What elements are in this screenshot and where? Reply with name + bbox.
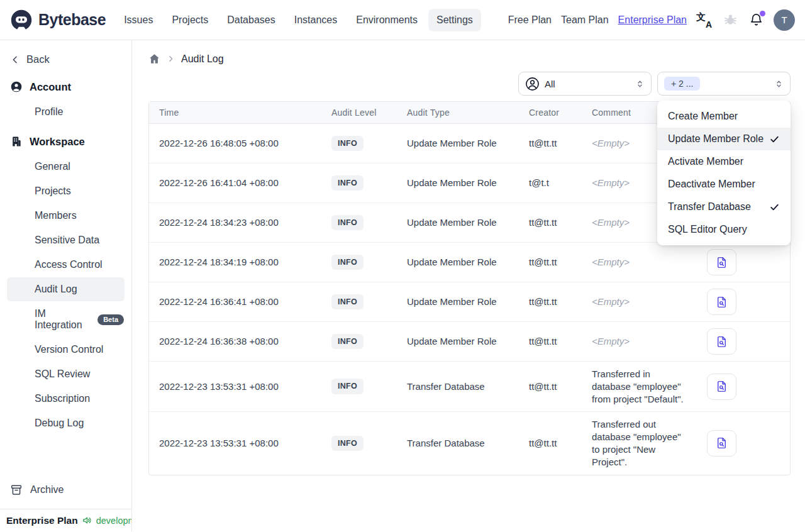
- team-plan-link[interactable]: Team Plan: [561, 14, 609, 26]
- view-detail-button[interactable]: [707, 289, 736, 315]
- nav-link[interactable]: Issues: [116, 9, 161, 31]
- translate-icon[interactable]: 文 A: [696, 13, 713, 28]
- creator-cell: tt@tt.tt: [519, 431, 582, 456]
- sidebar-item-label: Version Control: [35, 344, 103, 355]
- nav-link[interactable]: Environments: [348, 9, 426, 31]
- archive-icon: [10, 484, 23, 496]
- audit-type-menu-item[interactable]: Update Member Role: [657, 128, 791, 150]
- time-cell: 2022-12-23 13:53:31 +08:00: [149, 431, 321, 456]
- menu-item-label: SQL Editor Query: [668, 224, 747, 235]
- comment-text: <Empty>: [592, 296, 630, 307]
- column-header: Audit Type: [397, 102, 519, 123]
- column-header: Time: [149, 102, 321, 123]
- comment-text: <Empty>: [592, 336, 630, 346]
- sidebar-item[interactable]: Subscription: [0, 387, 131, 411]
- check-icon: [769, 134, 780, 145]
- audit-level-cell: INFO: [321, 169, 397, 197]
- sidebar-item[interactable]: Debug Log: [0, 411, 131, 435]
- sidebar-item-label: Profile: [35, 106, 63, 118]
- audit-level-badge: INFO: [331, 436, 364, 452]
- audit-level-cell: INFO: [321, 130, 397, 158]
- audit-level-cell: INFO: [321, 209, 397, 237]
- free-plan-link[interactable]: Free Plan: [508, 14, 552, 26]
- avatar[interactable]: T: [774, 9, 795, 31]
- sidebar-item[interactable]: Audit Log: [7, 277, 125, 301]
- creator-filter-select[interactable]: All: [518, 72, 652, 96]
- sidebar-item[interactable]: Version Control: [0, 338, 131, 362]
- sidebar-item-label: IM Integration: [35, 308, 93, 331]
- breadcrumb-current: Audit Log: [181, 53, 224, 65]
- file-search-icon: [715, 335, 728, 348]
- audit-type-filter-wrap: + 2 ... Create Member Update Memb: [657, 72, 791, 96]
- main-nav: Issues Projects Databases Instances Envi…: [116, 9, 481, 31]
- sidebar-item[interactable]: IM Integration Beta: [0, 302, 131, 337]
- audit-level-badge: INFO: [331, 294, 364, 310]
- table-row: 2022-12-23 13:53:31 +08:00 INFO Transfer…: [149, 412, 790, 474]
- sidebar-item-label: Subscription: [35, 393, 90, 404]
- sidebar-item-label: General: [35, 161, 70, 172]
- audit-type-menu-item[interactable]: Activate Member: [657, 150, 791, 173]
- nav-link[interactable]: Databases: [219, 9, 284, 31]
- nav-link[interactable]: Projects: [164, 9, 216, 31]
- view-detail-button[interactable]: [707, 430, 736, 457]
- time-cell: 2022-12-24 18:34:23 +08:00: [149, 210, 321, 235]
- view-detail-button[interactable]: [707, 328, 736, 355]
- archive-link[interactable]: Archive: [0, 477, 131, 509]
- person-circle-icon: [525, 77, 540, 91]
- sidebar-item[interactable]: Sensitive Data: [0, 228, 131, 252]
- nav-link[interactable]: Instances: [286, 9, 345, 31]
- column-header: Audit Level: [321, 102, 397, 123]
- brand-name: Bytebase: [38, 11, 106, 29]
- chevron-up-down-icon: [635, 79, 645, 89]
- back-button[interactable]: Back: [0, 45, 131, 74]
- actions-cell: [697, 282, 790, 321]
- audit-type-menu-item[interactable]: Deactivate Member: [657, 173, 791, 196]
- enterprise-plan-link[interactable]: Enterprise Plan: [618, 14, 687, 26]
- menu-item-label: Create Member: [668, 111, 738, 122]
- navbar-right: Free Plan Team Plan Enterprise Plan 文 A …: [508, 9, 795, 31]
- sidebar-item[interactable]: Access Control: [0, 253, 131, 277]
- notification-bell-icon[interactable]: [748, 12, 764, 28]
- sidebar-item-label: SQL Review: [35, 369, 90, 380]
- view-detail-button[interactable]: [707, 249, 736, 275]
- audit-type-cell: Transfer Database: [397, 374, 519, 399]
- audit-type-filter-select[interactable]: + 2 ...: [657, 72, 791, 96]
- audit-level-cell: INFO: [321, 288, 397, 316]
- translate-zh-glyph: 文: [696, 11, 706, 23]
- comment-cell: <Empty>: [582, 329, 697, 354]
- creator-cell: tt@tt.tt: [519, 250, 582, 275]
- bytebase-logo-icon: [10, 9, 33, 31]
- file-search-icon: [715, 436, 728, 450]
- view-detail-button[interactable]: [707, 374, 736, 400]
- back-label: Back: [26, 53, 50, 65]
- home-icon[interactable]: [148, 53, 160, 65]
- sidebar-item-label: Projects: [35, 186, 71, 197]
- audit-level-badge: INFO: [331, 379, 364, 394]
- audit-level-badge: INFO: [331, 215, 364, 231]
- sidebar-item[interactable]: Projects: [0, 179, 131, 203]
- audit-type-menu-item[interactable]: Create Member: [657, 105, 791, 128]
- sidebar-item[interactable]: General: [0, 155, 131, 179]
- comment-cell: Transferred in database "employee" from …: [582, 362, 697, 411]
- time-cell: 2022-12-26 16:41:04 +08:00: [149, 170, 321, 196]
- bytebase-logo[interactable]: Bytebase: [10, 9, 106, 31]
- sidebar-item[interactable]: Members: [0, 204, 131, 228]
- translate-en-glyph: A: [706, 19, 712, 30]
- audit-type-menu-item[interactable]: Transfer Database: [657, 196, 791, 218]
- sidebar-item[interactable]: SQL Review: [0, 362, 131, 386]
- audit-type-cell: Update Member Role: [397, 289, 519, 314]
- audit-level-cell: INFO: [321, 372, 397, 401]
- settings-sidebar: Back Account Profile: [0, 40, 132, 531]
- file-search-icon: [715, 256, 728, 269]
- nav-link[interactable]: Settings: [428, 9, 481, 31]
- sidebar-item-label: Access Control: [35, 259, 103, 270]
- menu-item-label: Activate Member: [668, 156, 743, 167]
- time-cell: 2022-12-26 16:48:05 +08:00: [149, 131, 321, 156]
- sidebar-item[interactable]: Profile: [0, 100, 131, 124]
- selected-types-tag: + 2 ...: [664, 77, 700, 91]
- sidebar-item-label: Sensitive Data: [35, 235, 99, 246]
- audit-type-menu-item[interactable]: SQL Editor Query: [657, 218, 791, 241]
- bug-report-icon[interactable]: [722, 12, 738, 28]
- table-row: 2022-12-24 16:36:41 +08:00 INFO Update M…: [149, 282, 790, 322]
- audit-type-cell: Update Member Role: [397, 131, 519, 156]
